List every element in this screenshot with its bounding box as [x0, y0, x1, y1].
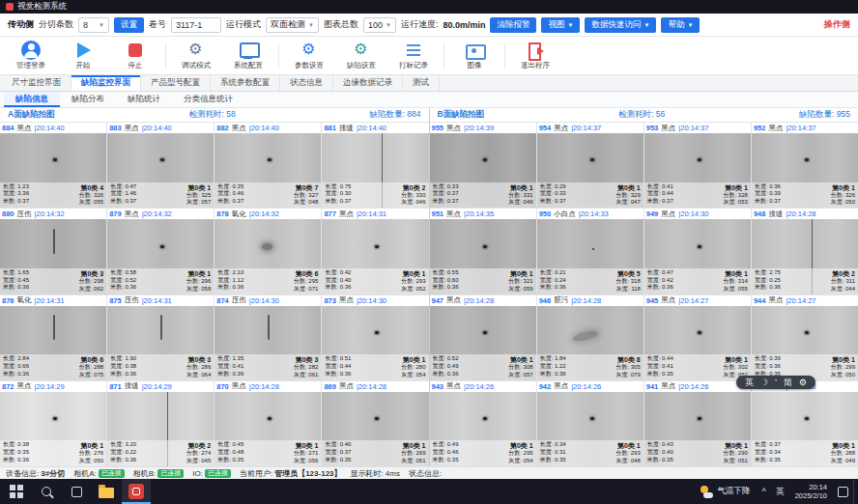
defect-card[interactable]: 875 压伤 |20:14:31 长度: 1.90 宽度: 0.38 米数: 0…: [107, 295, 214, 380]
defect-card[interactable]: 943 黑点 |20:14:26 长度: 0.49 宽度: 0.46 米数: 0…: [430, 381, 536, 466]
defect-timestamp: |20:14:37: [571, 124, 601, 132]
defect-card[interactable]: 882 黑点 |20:14:40 长度: 0.35 宽度: 0.46 米数: 0…: [214, 123, 321, 208]
defect-card[interactable]: 951 黑点 |20:14:35 长度: 0.55 宽度: 0.60 米数: 0…: [430, 209, 536, 294]
defect-card[interactable]: 945 黑点 |20:14:27 长度: 0.44 宽度: 0.41 米数: 0…: [644, 295, 751, 380]
defect-card[interactable]: 874 压伤 |20:14:30 长度: 1.35 宽度: 0.41 米数: 0…: [214, 295, 321, 380]
subtab-0[interactable]: 缺陷信息: [4, 92, 60, 107]
defect-mark: [483, 158, 487, 161]
defect-card[interactable]: 950 小白点 |20:14:33 长度: 0.21 宽度: 0.24 米数: …: [537, 209, 644, 294]
defect-card[interactable]: 869 黑点 |20:14:28 长度: 0.40 宽度: 0.37 米数: 0…: [322, 381, 428, 466]
chart-total-select[interactable]: 100▼: [363, 17, 396, 33]
defect-image: 长度: 0.51 宽度: 0.44 米数: 0.36 第0类 1 分数: 280…: [322, 306, 428, 380]
defect-card[interactable]: 879 黑点 |20:14:32 长度: 0.58 宽度: 0.52 米数: 0…: [107, 209, 214, 294]
ime-indicator[interactable]: 英: [771, 479, 789, 504]
start-button[interactable]: [2, 479, 31, 504]
defect-card[interactable]: 955 黑点 |20:14:39 长度: 0.33 宽度: 0.37 米数: 0…: [430, 123, 536, 208]
defect-card[interactable]: 880 压伤 |20:14:32 长度: 1.65 宽度: 0.45 米数: 0…: [0, 209, 106, 294]
taskbar-search-button[interactable]: [32, 479, 61, 504]
defect-card[interactable]: 870 黑点 |20:14:28 长度: 0.45 宽度: 0.48 米数: 0…: [214, 381, 321, 466]
defect-type: 压伤: [17, 210, 32, 219]
defect-image: 长度: 0.47 宽度: 0.42 米数: 0.36 第0类 1 分数: 314…: [644, 219, 751, 294]
defect-card[interactable]: 878 氧化 |20:14:32 长度: 2.10 宽度: 1.12 米数: 0…: [214, 209, 321, 294]
toolbar-button-stop[interactable]: 停止: [110, 39, 160, 73]
defect-card[interactable]: 941 黑点 |20:14:26 长度: 0.43 宽度: 0.40 米数: 0…: [644, 381, 751, 466]
defect-card[interactable]: 942 黑点 |20:14:26 长度: 0.34 宽度: 0.31 米数: 0…: [537, 381, 644, 466]
ime-apostrophe-button[interactable]: ’: [775, 376, 777, 389]
toolbar-button-user[interactable]: 管理登录: [6, 39, 56, 73]
tab-6[interactable]: 测试: [403, 75, 440, 91]
action-center-icon[interactable]: [838, 487, 848, 497]
defect-image: 长度: 0.34 宽度: 0.31 米数: 0.35 第0类 1 分数: 293…: [537, 392, 644, 466]
defect-card[interactable]: 871 接缝 |20:14:29 长度: 3.20 宽度: 0.22 米数: 0…: [107, 381, 214, 466]
defect-card[interactable]: 877 黑点 |20:14:31 长度: 0.42 宽度: 0.40 米数: 0…: [322, 209, 428, 294]
slit-count-select[interactable]: 8▼: [78, 17, 109, 33]
defect-card[interactable]: 883 黑点 |20:14:40 长度: 0.47 宽度: 1.46 米数: 0…: [107, 123, 214, 208]
defect-score: 分数: 318: [615, 278, 640, 286]
defect-card[interactable]: 953 黑点 |20:14:37 长度: 0.41 宽度: 0.44 米数: 0…: [644, 123, 751, 208]
panel-a-grid: 884 黑点 |20:14:40 长度: 1.23 宽度: 3.36 米数: 0…: [0, 122, 429, 466]
defect-type: 黑点: [125, 124, 139, 133]
tab-1[interactable]: 缺陷监控界面: [72, 75, 141, 91]
defect-mark: [268, 158, 272, 161]
defect-type: 黑点: [554, 124, 568, 133]
view-menu-button[interactable]: 视图▼: [541, 17, 580, 33]
defect-card[interactable]: 952 黑点 |20:14:37 长度: 0.36 宽度: 0.39 米数: 0…: [752, 123, 858, 208]
defect-card[interactable]: 944 黑点 |20:14:27 长度: 0.39 宽度: 0.36 米数: 0…: [752, 295, 858, 380]
quick-access-menu-button[interactable]: 数据快速访问▼: [585, 17, 656, 33]
help-menu-button[interactable]: 帮助▼: [661, 17, 700, 33]
toolbar-button-exit[interactable]: 退出程序: [510, 39, 560, 73]
ime-simplified-button[interactable]: 简: [784, 376, 792, 389]
run-mode-select[interactable]: 双面检测▼: [266, 17, 319, 33]
tab-2[interactable]: 产品型号配置: [141, 75, 211, 91]
toolbar-button-play[interactable]: 开始: [58, 39, 108, 73]
defect-card[interactable]: 873 黑点 |20:14:30 长度: 0.51 宽度: 0.44 米数: 0…: [322, 295, 428, 380]
file-explorer-button[interactable]: [92, 479, 121, 504]
defect-card[interactable]: 948 接缝 |20:14:28 长度: 2.75 宽度: 0.25 米数: 0…: [752, 209, 858, 294]
defect-timestamp: |20:14:28: [786, 210, 815, 218]
toolbar-button-system[interactable]: 系统配置: [223, 39, 273, 73]
ime-settings-icon[interactable]: ⚙: [799, 376, 807, 389]
defect-width: 宽度: 0.46: [217, 190, 243, 198]
defect-card[interactable]: 940 黑点 |20:14:26 长度: 0.37 宽度: 0.34 米数: 0…: [752, 381, 858, 466]
defect-gray: 灰度: 057: [508, 372, 532, 379]
defect-card[interactable]: 872 黑点 |20:14:29 长度: 0.38 宽度: 0.35 米数: 0…: [0, 381, 106, 466]
defect-meters: 米数: 0.36: [755, 284, 781, 292]
tab-4[interactable]: 状态信息: [280, 75, 333, 91]
defect-width: 宽度: 1.22: [540, 363, 566, 371]
defect-card-header: 870 黑点 |20:14:28: [214, 381, 321, 392]
tab-3[interactable]: 系统参数配置: [211, 75, 280, 91]
defect-card[interactable]: 954 黑点 |20:14:37 长度: 0.29 宽度: 0.33 米数: 0…: [537, 123, 644, 208]
tab-5[interactable]: 边缘数据记录: [333, 75, 403, 91]
subtab-3[interactable]: 分类信息统计: [172, 92, 244, 107]
apply-button[interactable]: 设置: [114, 17, 144, 33]
defect-card[interactable]: 949 黑点 |20:14:30 长度: 0.47 宽度: 0.42 米数: 0…: [644, 209, 751, 294]
ime-night-icon[interactable]: ☽: [760, 376, 768, 389]
toolbar-button-params[interactable]: 参数设置: [284, 39, 334, 73]
taskbar-clock[interactable]: 20:14 2025/2/10: [789, 483, 833, 500]
roll-number-input[interactable]: 3117-1: [171, 17, 221, 33]
tab-0[interactable]: 尺寸监控界面: [2, 75, 72, 91]
defect-gray: 灰度: 047: [615, 199, 640, 207]
ime-english-button[interactable]: 英: [745, 376, 754, 389]
toolbar-button-debug[interactable]: 调试模式: [171, 39, 221, 73]
operator-side-label[interactable]: 操作侧: [824, 18, 850, 31]
subtab-1[interactable]: 缺陷分布: [60, 92, 116, 107]
defect-card[interactable]: 946 脏污 |20:14:28 长度: 1.84 宽度: 1.22 米数: 0…: [537, 295, 644, 380]
toolbar-button-defect[interactable]: 缺陷设置: [336, 39, 386, 73]
defect-card[interactable]: 881 接缝 |20:14:40 长度: 0.75 宽度: 0.30 米数: 0…: [322, 123, 428, 208]
toolbar-button-record[interactable]: 打标记录: [388, 39, 439, 73]
weather-widget[interactable]: 气温下降: [694, 479, 757, 504]
subtab-2[interactable]: 缺陷统计: [116, 92, 172, 107]
defect-card[interactable]: 947 黑点 |20:14:28 长度: 0.52 宽度: 0.49 米数: 0…: [430, 295, 536, 380]
tray-expand-button[interactable]: ^: [757, 479, 770, 504]
clear-alarm-button[interactable]: 清除报警: [490, 17, 536, 33]
defect-card[interactable]: 884 黑点 |20:14:40 长度: 1.23 宽度: 3.36 米数: 0…: [0, 123, 106, 208]
defect-id: 872: [2, 382, 14, 391]
toolbar-button-camera[interactable]: 图像: [449, 39, 500, 73]
task-view-button[interactable]: [62, 479, 91, 504]
debug-icon: [186, 41, 206, 60]
defect-card[interactable]: 876 氧化 |20:14:31 长度: 2.84 宽度: 0.66 米数: 0…: [0, 295, 106, 380]
inspection-app-button[interactable]: [122, 479, 151, 504]
show-desktop-button[interactable]: [853, 479, 856, 504]
defect-image: 长度: 0.33 宽度: 0.37 米数: 0.37 第0类 1 分数: 331…: [430, 133, 536, 208]
